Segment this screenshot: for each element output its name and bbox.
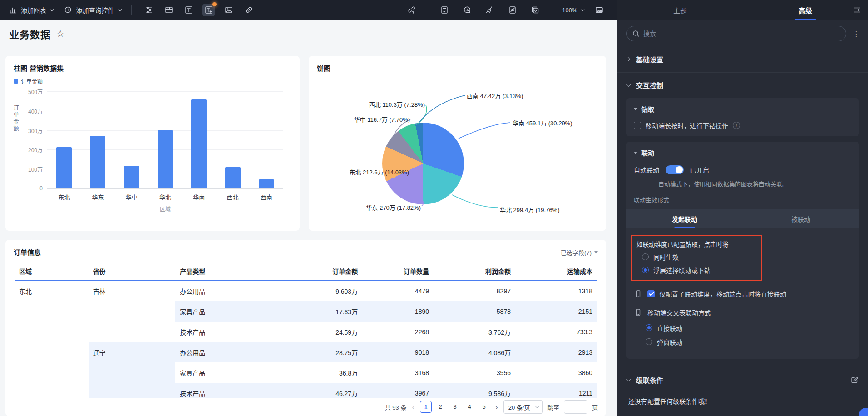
legend-label: 订单金额 xyxy=(21,77,43,85)
section-cascade-conditions[interactable]: 级联条件 xyxy=(617,367,868,392)
pie-slice-label: 华东 270万 (17.82%) xyxy=(366,203,421,212)
table-cell: 辽宁 xyxy=(89,342,176,403)
slider-settings-icon[interactable] xyxy=(143,4,155,16)
table-cell: 9.603万 xyxy=(278,280,362,301)
bottom-toolbar-icon[interactable] xyxy=(593,4,606,16)
add-query-control-button[interactable]: 添加查询控件 xyxy=(64,5,121,15)
tab-layout-icon[interactable] xyxy=(163,4,175,16)
table-cell: 3556 xyxy=(434,362,515,383)
table-title: 订单信息 xyxy=(14,247,41,257)
jump-page-input[interactable] xyxy=(564,400,587,414)
zoom-control[interactable]: 100% xyxy=(562,7,583,14)
column-header[interactable]: 区域 xyxy=(15,262,89,280)
column-header[interactable]: 省份 xyxy=(89,262,176,280)
option-overlay-label: 浮层选择联动或下钻 xyxy=(653,266,710,275)
table-cell: 28.75万 xyxy=(278,342,362,362)
table-row[interactable]: 辽宁办公用品28.75万90184.086万2913 xyxy=(15,342,597,362)
bar-东北[interactable] xyxy=(56,147,72,188)
batch-select-icon[interactable] xyxy=(529,4,542,16)
bar-series xyxy=(47,91,283,188)
tab-theme[interactable]: 主题 xyxy=(617,0,743,20)
prev-page-button[interactable]: ‹ xyxy=(411,403,415,411)
tab-receive-label: 被联动 xyxy=(791,214,810,223)
favorite-star-icon[interactable]: ☆ xyxy=(56,29,64,38)
table-cell: 东北 xyxy=(15,280,89,403)
page-title-row: 业务数据 ☆ xyxy=(9,26,64,41)
page-number-4[interactable]: 4 xyxy=(464,401,475,413)
search-input[interactable] xyxy=(626,26,846,41)
column-header[interactable]: 订单金额 xyxy=(278,262,362,280)
x-tick-label: 华北 xyxy=(148,193,182,201)
pie-leader-line xyxy=(459,123,510,139)
clean-canvas-icon[interactable] xyxy=(483,4,496,16)
image-icon[interactable] xyxy=(222,4,235,16)
legend-item[interactable]: 订单金额 xyxy=(14,77,43,85)
mobile-direct-checkbox[interactable] xyxy=(647,290,655,297)
more-options-icon[interactable]: ⋮ xyxy=(852,30,861,38)
tab-advanced[interactable]: 高级 xyxy=(743,0,868,20)
linkage-section-header[interactable]: 联动 xyxy=(634,148,852,157)
radio-direct-linkage[interactable] xyxy=(646,324,652,331)
hyperlink-icon[interactable] xyxy=(242,4,255,16)
radio-popup-linkage[interactable] xyxy=(646,338,652,345)
chat-analysis-icon[interactable] xyxy=(461,4,473,16)
search-box xyxy=(626,26,846,41)
panel-collapse-icon[interactable] xyxy=(853,5,862,15)
drill-longpress-checkbox[interactable] xyxy=(634,122,641,129)
drill-section-header[interactable]: 钻取 xyxy=(634,104,852,114)
caret-down-icon xyxy=(594,251,598,253)
table-cell: 办公用品 xyxy=(175,342,278,362)
next-page-button[interactable]: › xyxy=(494,403,499,411)
tab-receive-linkage[interactable]: 被联动 xyxy=(743,209,859,228)
zoom-level: 100% xyxy=(562,7,577,14)
auto-linkage-description: 自动模式下，使用相同数据集的图表将自动关联。 xyxy=(658,180,852,189)
pie-slice-label: 东北 212.6万 (14.03%) xyxy=(349,168,409,176)
bar-华南[interactable] xyxy=(191,99,207,188)
auto-linkage-toggle[interactable] xyxy=(666,165,684,174)
add-query-icon xyxy=(64,5,73,15)
add-query-label: 添加查询控件 xyxy=(76,5,114,15)
column-header[interactable]: 订单数量 xyxy=(362,262,434,280)
chevron-down-icon xyxy=(50,8,54,11)
bar-华东[interactable] xyxy=(90,136,105,188)
bar-华北[interactable] xyxy=(158,130,173,188)
bar-西南[interactable] xyxy=(259,179,274,188)
bar-yaxis: 500万400万300万200万100万0 xyxy=(18,91,43,188)
active-tab-underline xyxy=(674,227,695,228)
linkage-filter-icon[interactable] xyxy=(405,4,418,16)
tab-initiate-linkage[interactable]: 发起联动 xyxy=(626,209,743,228)
panel-header: 主题 高级 xyxy=(617,0,868,20)
page-number-1[interactable]: 1 xyxy=(420,401,432,413)
column-header[interactable]: 运输成本 xyxy=(515,262,597,280)
y-tick-label: 400万 xyxy=(28,107,43,114)
radio-simultaneous[interactable] xyxy=(642,253,649,260)
table-cell: 1890 xyxy=(362,301,434,322)
info-icon[interactable]: i xyxy=(733,122,740,129)
edit-icon[interactable] xyxy=(850,375,859,384)
bar-chart-card: 柱图-营销数据集 订单金额 订单金额 500万400万300万200万100万0… xyxy=(5,56,300,231)
section-interaction-control[interactable]: 交互控制 xyxy=(617,73,868,97)
page-number-2[interactable]: 2 xyxy=(434,401,446,413)
toolbar-divider xyxy=(552,5,552,15)
bar-plot xyxy=(47,91,283,188)
table-cell: 4.086万 xyxy=(434,342,515,362)
note-doc-icon[interactable] xyxy=(438,4,451,16)
add-chart-button[interactable]: 添加图表 xyxy=(8,5,53,15)
column-header[interactable]: 产品类型 xyxy=(175,262,278,280)
page-number-5[interactable]: 5 xyxy=(478,401,490,413)
rich-text-icon[interactable] xyxy=(202,4,215,16)
page-number-3[interactable]: 3 xyxy=(449,401,461,413)
bar-华中[interactable] xyxy=(124,166,139,188)
text-component-icon[interactable] xyxy=(182,4,195,16)
radio-overlay-select[interactable] xyxy=(642,267,649,273)
selected-fields-button[interactable]: 已选字段(7) xyxy=(561,248,598,257)
bar-西北[interactable] xyxy=(225,167,241,188)
page-size-select[interactable]: 20 条/页 xyxy=(503,400,543,414)
x-tick-label: 华中 xyxy=(115,193,148,201)
table-row[interactable]: 东北吉林办公用品9.603万447982971318 xyxy=(15,280,597,301)
linkage-title: 联动 xyxy=(641,148,654,157)
column-header[interactable]: 利润金额 xyxy=(434,262,515,280)
doc-hide-icon[interactable] xyxy=(506,4,519,16)
pie-chart[interactable] xyxy=(382,123,464,204)
section-basic-settings[interactable]: 基础设置 xyxy=(617,46,868,73)
